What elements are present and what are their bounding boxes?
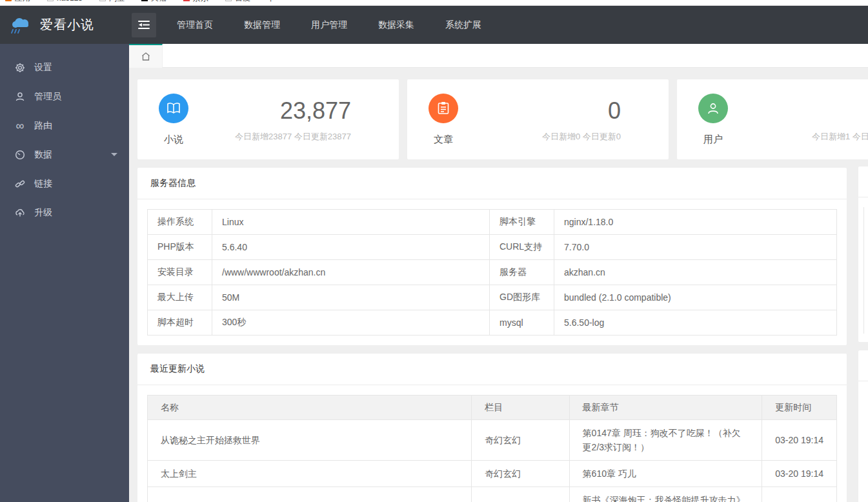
gear-icon <box>14 63 26 73</box>
book-icon <box>166 101 181 115</box>
sidebar-item-data[interactable]: 数据 <box>0 140 129 169</box>
sidebar-item-links[interactable]: 链接 <box>0 169 129 198</box>
route-icon: ∞ <box>14 120 26 132</box>
bookmark-baidu[interactable]: 百度 <box>225 0 250 4</box>
app-header: 爱看小说 管理首页 数据管理 用户管理 数据采集 系统扩展 <box>0 6 868 44</box>
stat-card-label: 用户 <box>690 134 736 146</box>
tmall-favicon <box>141 0 148 1</box>
sidebar-item-settings[interactable]: 设置 <box>0 53 129 82</box>
novel-name: 深海拳王 <box>148 487 472 502</box>
server-value: nginx/1.18.0 <box>554 210 837 235</box>
app-title: 爱看小说 <box>40 16 94 34</box>
server-value: 5.6.50-log <box>554 310 837 336</box>
sidebar-item-route[interactable]: ∞ 路由 <box>0 111 129 140</box>
server-value: bundled (2.1.0 compatible) <box>554 285 837 310</box>
stat-card-subtitle: 今日新增1 今日更新1 <box>736 131 868 143</box>
novel-category: 奇幻玄幻 <box>472 420 569 461</box>
table-row: 安装目录 /www/wwwroot/akzhan.cn 服务器 akzhan.c… <box>148 260 837 285</box>
nav-user-management[interactable]: 用户管理 <box>296 6 363 44</box>
stat-card-novels: 小说 23,877 今日新增23877 今日更新23877 <box>137 79 399 159</box>
nav-system-extension[interactable]: 系统扩展 <box>430 6 497 44</box>
bookmark-taobao[interactable]: 淘宝 <box>99 0 125 4</box>
table-row: PHP版本 5.6.40 CURL支持 7.70.0 <box>148 235 837 260</box>
app-logo: 爱看小说 <box>0 15 129 35</box>
stat-card-articles: 文章 0 今日新增0 今日更新0 <box>407 79 669 159</box>
novel-latest-chapter: 第0147章 周珏：狗改不了吃屎！（补欠更2/3求订阅！） <box>569 420 762 461</box>
cloud-rain-logo-icon <box>10 15 34 35</box>
jd-favicon <box>183 0 190 1</box>
table-row: 太上剑主 奇幻玄幻 第610章 巧儿 03-20 19:14 <box>148 461 837 487</box>
stat-card-value: 2 <box>736 97 868 125</box>
link-icon <box>14 179 26 189</box>
favicon <box>99 0 106 1</box>
table-row: 深海拳王 奇幻玄幻 新书《深海炮王：我杀怪能提升攻击力》已 03-20 19:1… <box>148 487 837 502</box>
server-info-panel: 服务器信息 操作系统 Linux 脚本引擎 nginx/1.18.0 PHP版本 <box>137 168 847 345</box>
server-key: 操作系统 <box>148 210 212 235</box>
novel-name: 从诡秘之主开始拯救世界 <box>148 420 472 461</box>
stat-card-subtitle: 今日新增23877 今日更新23877 <box>197 131 351 143</box>
table-row: 最大上传 50M GD图形库 bundled (2.1.0 compatible… <box>148 285 837 310</box>
bookmark-label: 百度 <box>235 0 250 4</box>
server-key: CURL支持 <box>490 235 554 260</box>
sidebar-item-label: 数据 <box>34 149 52 161</box>
column-header-chapter: 最新章节 <box>569 396 762 420</box>
novel-latest-chapter: 新书《深海炮王：我杀怪能提升攻击力》已 <box>569 487 762 502</box>
server-info-table: 操作系统 Linux 脚本引擎 nginx/1.18.0 PHP版本 5.6.4… <box>147 209 837 336</box>
clipped-right-panel-top <box>858 166 868 342</box>
server-value: 50M <box>212 285 490 310</box>
tab-home[interactable] <box>129 44 163 68</box>
browser-bookmarks-bar: 应用 hao123 淘宝 天猫 京东 百度 下 <box>0 0 868 6</box>
sidebar-item-label: 链接 <box>34 178 52 190</box>
bookmark-tmall[interactable]: 天猫 <box>141 0 167 4</box>
sidebar-item-admin[interactable]: 管理员 <box>0 82 129 111</box>
novel-latest-chapter: 第610章 巧儿 <box>569 461 762 487</box>
server-value: 300秒 <box>212 310 490 336</box>
gauge-icon <box>14 150 26 160</box>
panel-title: 最近更新小说 <box>137 354 847 385</box>
top-navigation: 管理首页 数据管理 用户管理 数据采集 系统扩展 <box>161 6 497 44</box>
sidebar-item-label: 设置 <box>34 62 52 74</box>
recent-novels-table: 名称 栏目 最新章节 更新时间 从诡秘之主开始拯救世界 奇幻玄幻 第0147章 … <box>147 395 837 502</box>
clipped-right-panel-bottom <box>858 350 868 502</box>
novel-category: 奇幻玄幻 <box>472 487 569 502</box>
table-row: 操作系统 Linux 脚本引擎 nginx/1.18.0 <box>148 210 837 235</box>
novel-update-time: 03-20 19:14 <box>762 461 837 487</box>
bookmark-jd[interactable]: 京东 <box>183 0 208 4</box>
sidebar-collapse-button[interactable] <box>132 13 156 37</box>
server-key: 安装目录 <box>148 260 212 285</box>
nav-admin-home[interactable]: 管理首页 <box>161 6 228 44</box>
novel-circle-badge <box>159 94 188 123</box>
table-row: 脚本超时 300秒 mysql 5.6.50-log <box>148 310 837 336</box>
stat-card-value: 23,877 <box>197 97 351 125</box>
bookmark-hao123[interactable]: hao123 <box>47 0 83 3</box>
novel-update-time: 03-20 19:14 <box>762 487 837 502</box>
table-header-row: 名称 栏目 最新章节 更新时间 <box>148 396 837 420</box>
novel-name: 太上剑主 <box>148 461 472 487</box>
server-value: /www/wwwroot/akzhan.cn <box>212 260 490 285</box>
sidebar-item-label: 路由 <box>34 120 52 132</box>
apps-grid-icon <box>5 0 12 1</box>
server-value: akzhan.cn <box>554 260 837 285</box>
stat-card-label: 文章 <box>420 134 467 146</box>
novel-category: 奇幻玄幻 <box>472 461 569 487</box>
sidebar-item-upgrade[interactable]: 升级 <box>0 198 129 227</box>
sidebar-item-label: 升级 <box>34 207 52 219</box>
column-header-category: 栏目 <box>472 396 569 420</box>
server-key: PHP版本 <box>148 235 212 260</box>
novel-update-time: 03-20 19:14 <box>762 420 837 461</box>
bookmark-partial[interactable]: 下 <box>267 0 275 4</box>
user-circle-badge <box>698 94 728 123</box>
column-header-name: 名称 <box>148 396 472 420</box>
favicon <box>47 0 54 1</box>
nav-data-management[interactable]: 数据管理 <box>228 6 296 44</box>
stat-card-label: 小说 <box>150 134 197 146</box>
bookmark-label: 淘宝 <box>109 0 125 4</box>
stat-card-users: 用户 2 今日新增1 今日更新1 <box>677 79 868 159</box>
bookmark-apps[interactable]: 应用 <box>5 0 30 4</box>
bookmark-label: 应用 <box>15 0 30 4</box>
recent-novels-panel: 最近更新小说 名称 栏目 最新章节 更新时间 <box>137 354 847 502</box>
server-value: 5.6.40 <box>212 235 490 260</box>
sidebar: 设置 管理员 ∞ 路由 数据 <box>0 44 129 502</box>
nav-data-collection[interactable]: 数据采集 <box>363 6 430 44</box>
server-key: 最大上传 <box>148 285 212 310</box>
